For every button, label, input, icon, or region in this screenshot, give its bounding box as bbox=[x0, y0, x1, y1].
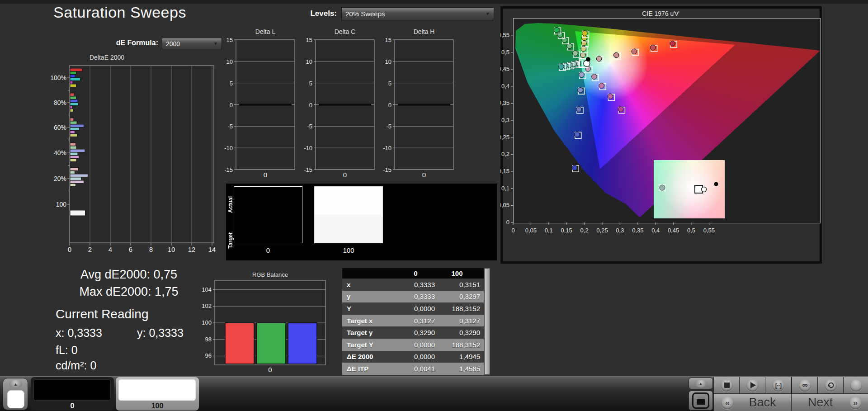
chart-text: 5 bbox=[388, 80, 392, 87]
measured-point-blue bbox=[578, 88, 583, 93]
panel-collapse-button[interactable]: ▲ bbox=[689, 378, 713, 389]
chart-text: -5 bbox=[307, 123, 312, 130]
de-bar bbox=[70, 93, 74, 96]
back-chevrons-icon: « bbox=[721, 397, 734, 409]
measured-point-blue bbox=[579, 72, 585, 77]
chart-text: -10 bbox=[224, 145, 233, 151]
row-label: x bbox=[342, 281, 396, 288]
chart-text: 0,1 bbox=[501, 185, 509, 192]
cell-value-100: 1,4945 bbox=[435, 353, 484, 360]
chart-text: 0 bbox=[506, 219, 509, 226]
de-bar bbox=[70, 96, 76, 99]
chart-text: 0 bbox=[309, 102, 312, 109]
chart-text: 0,3 bbox=[501, 117, 509, 123]
measured-point-magenta bbox=[608, 94, 613, 99]
cell-value-0: 0,0000 bbox=[396, 305, 435, 312]
row-label: Y bbox=[342, 305, 396, 312]
chart-text: 0,2 bbox=[501, 151, 509, 157]
measured-point-yellow bbox=[580, 52, 586, 58]
chart-text: 98 bbox=[205, 336, 212, 343]
play-icon bbox=[746, 379, 759, 392]
mini-patch-preview bbox=[7, 390, 24, 408]
chart-text: 5 bbox=[309, 80, 312, 87]
patch-swatch-0 bbox=[234, 186, 302, 243]
interval-measure-button[interactable]: [··] bbox=[765, 377, 792, 393]
current-reading-dot bbox=[586, 57, 590, 61]
de-bar bbox=[70, 124, 84, 127]
chart-text: 102 bbox=[202, 302, 212, 309]
chart-text: 0 bbox=[388, 102, 392, 109]
chevron-up-icon: ▲ bbox=[695, 380, 707, 387]
chart-text: 0,5 bbox=[687, 227, 695, 234]
chart-text: 0 bbox=[230, 102, 233, 109]
target-row-label: Target bbox=[227, 232, 234, 249]
next-chevrons-icon: » bbox=[849, 397, 862, 409]
patch-label: 0 bbox=[234, 246, 302, 254]
swatch-tile-0[interactable]: 0 bbox=[31, 377, 114, 411]
measured-point-magenta bbox=[592, 74, 597, 80]
measured-point-green bbox=[557, 32, 563, 38]
row-label: Target Y bbox=[342, 341, 396, 349]
chart-text: 0,2 bbox=[580, 227, 589, 234]
chart-text: 0,5 bbox=[501, 49, 509, 56]
de-bar bbox=[70, 210, 85, 216]
stop-button[interactable] bbox=[713, 377, 740, 393]
cell-value-0: 0,3333 bbox=[396, 281, 435, 288]
measured-point-magenta bbox=[599, 83, 604, 89]
next-button[interactable]: Next » bbox=[791, 394, 868, 411]
chart-text: -5 bbox=[227, 123, 233, 130]
chart-text: 40% bbox=[54, 149, 66, 156]
chart-text: 10 bbox=[226, 58, 233, 65]
cell-value-0: 0,0000 bbox=[396, 341, 435, 349]
current-reading-cdm2: cd/m²: 0 bbox=[56, 359, 96, 372]
de-bar bbox=[70, 118, 74, 121]
chart-text: 10 bbox=[385, 58, 392, 65]
measured-point-yellow bbox=[582, 31, 587, 36]
swatch-tile-100[interactable]: 100 bbox=[116, 377, 199, 411]
levels-dropdown[interactable]: 20% Sweeps ▼ bbox=[341, 7, 494, 20]
table-scrollbar[interactable] bbox=[484, 268, 490, 375]
cell-value-100: 0,3127 bbox=[435, 317, 484, 325]
chart-text: 0,45 bbox=[500, 66, 509, 72]
refresh-button[interactable] bbox=[817, 377, 844, 393]
play-button[interactable] bbox=[739, 377, 765, 393]
chart-text: 60% bbox=[54, 124, 66, 131]
cell-value-100: 0,3297 bbox=[435, 293, 484, 300]
chart-text: 10 bbox=[306, 58, 312, 65]
chart-text: 0,05 bbox=[500, 202, 509, 208]
chart-text: 96 bbox=[205, 352, 212, 359]
chart-text: 0 bbox=[511, 227, 514, 234]
chart-text: 0,15 bbox=[561, 227, 572, 234]
continuous-measure-button[interactable]: ∞ bbox=[792, 377, 818, 393]
current-reading-title: Current Reading bbox=[56, 307, 148, 321]
chart-text: 15 bbox=[226, 37, 233, 43]
chart-text: 0,4 bbox=[651, 227, 660, 234]
blank-button[interactable] bbox=[843, 377, 868, 393]
de-bar bbox=[70, 152, 78, 155]
chart-text: 0,55 bbox=[703, 227, 715, 234]
measured-point-red bbox=[632, 49, 637, 54]
table-row: Y0,0000188,3152 bbox=[342, 302, 484, 315]
loop-icon: ∞ bbox=[799, 379, 811, 392]
back-button[interactable]: « Back bbox=[713, 394, 791, 411]
patch-window-button[interactable] bbox=[689, 391, 713, 411]
column-header-100: 100 bbox=[435, 269, 479, 277]
de-formula-dropdown[interactable]: 2000 ▼ bbox=[162, 38, 222, 49]
chart-text: 2 bbox=[88, 246, 92, 253]
max-de2000: Max dE2000: 1,75 bbox=[54, 285, 203, 299]
de-bar bbox=[70, 159, 76, 161]
chart-text: 10 bbox=[168, 246, 175, 253]
chart-text: DeltaE 2000 bbox=[90, 54, 124, 61]
chart-text: -15 bbox=[304, 166, 312, 173]
swatch-0 bbox=[33, 379, 111, 401]
next-button-label: Next bbox=[792, 396, 849, 410]
chart-text: 0 bbox=[343, 171, 347, 179]
measured-point-red bbox=[613, 52, 619, 58]
blank-icon bbox=[850, 379, 862, 392]
patch-eject-button[interactable]: ▲ bbox=[3, 378, 28, 410]
cell-value-0: 0,3127 bbox=[396, 317, 435, 325]
row-label: ΔE 2000 bbox=[342, 353, 396, 360]
chart-text: 0,45 bbox=[668, 227, 679, 234]
de-formula-dropdown-value: 2000 bbox=[166, 40, 180, 47]
de-bar bbox=[70, 121, 77, 124]
